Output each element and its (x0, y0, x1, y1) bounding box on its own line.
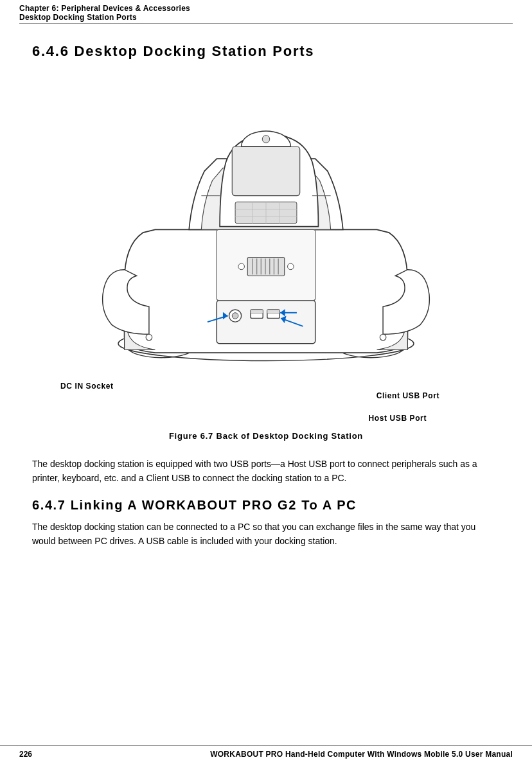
svg-point-31 (146, 334, 152, 340)
figure-image (86, 73, 446, 368)
main-content: 6.4.6 Desktop Docking Station Ports (0, 24, 532, 574)
section-646-heading: 6.4.6 Desktop Docking Station Ports (32, 43, 500, 60)
body-text-647: The desktop docking station can be conne… (32, 520, 500, 548)
footer-title: WORKABOUT PRO Hand-Held Computer With Wi… (210, 750, 513, 759)
svg-rect-21 (247, 258, 285, 276)
svg-point-30 (288, 263, 294, 270)
page-header: Chapter 6: Peripheral Devices & Accessor… (0, 0, 532, 23)
client-usb-label: Client USB Port (377, 391, 439, 400)
body-text-646: The desktop docking station is equipped … (32, 457, 500, 485)
svg-point-29 (238, 263, 245, 270)
figure-container: DC IN Socket Client USB Port Host USB Po… (32, 73, 500, 451)
header-section: Desktop Docking Station Ports (19, 13, 513, 22)
svg-point-32 (380, 334, 386, 340)
host-usb-label: Host USB Port (369, 414, 427, 423)
svg-rect-10 (232, 146, 299, 196)
dc-socket-label: DC IN Socket (60, 382, 114, 391)
page-wrapper: Chapter 6: Peripheral Devices & Accessor… (0, 0, 532, 769)
page-footer: 226 WORKABOUT PRO Hand-Held Computer Wit… (0, 745, 532, 763)
footer-page-number: 226 (19, 750, 32, 759)
section-647-heading: 6.4.7 Linking A WORKABOUT PRO G2 To A PC (32, 498, 500, 513)
docking-station-illustration (86, 73, 446, 368)
svg-point-5 (232, 313, 238, 319)
svg-rect-9 (267, 310, 279, 314)
svg-rect-3 (217, 301, 315, 344)
svg-point-11 (262, 136, 270, 143)
header-chapter: Chapter 6: Peripheral Devices & Accessor… (19, 4, 513, 13)
figure-labels: DC IN Socket Client USB Port Host USB Po… (41, 349, 491, 426)
figure-caption: Figure 6.7 Back of Desktop Docking Stati… (169, 431, 363, 441)
svg-rect-7 (251, 310, 263, 314)
